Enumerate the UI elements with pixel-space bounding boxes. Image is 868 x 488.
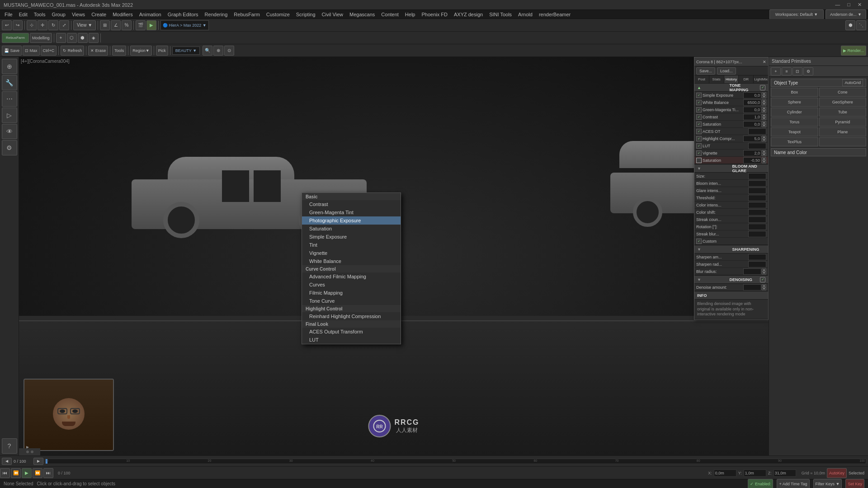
saturation-spinner[interactable]: ▲ ▼ [762,121,766,127]
set-key-button[interactable]: Set Key [845,479,864,488]
corona-ctrl-c[interactable]: Ctrl+C [41,46,57,56]
sharpen-amount-value[interactable] [748,254,766,260]
dropdown-tone-curve[interactable]: Tone Curve [302,297,401,305]
name-color-header[interactable]: Name and Color [771,148,866,156]
undo-button[interactable]: ↩ [2,20,12,30]
white-balance-check[interactable]: ✓ [696,100,702,105]
corona-region[interactable]: Region▼ [130,46,151,56]
corona-erase[interactable]: ✕ Erase [88,46,108,56]
dropdown-contrast[interactable]: Contrast [302,200,401,208]
spin-down[interactable]: ▼ [762,95,766,99]
vfb-icon-1[interactable]: 🔍 [203,46,212,56]
move-button[interactable]: ✛ [38,20,47,30]
menu-modifiers[interactable]: Modifiers [110,12,136,17]
utilities-icon[interactable]: ⚙ [2,140,17,155]
prim-cone[interactable]: Cone [819,88,867,97]
modify-icon[interactable]: 🔧 [2,75,17,90]
color-shift-value[interactable] [748,209,766,216]
menu-sini[interactable]: SINI Tools [486,12,514,17]
timeline-prev[interactable]: ◀ [2,458,12,465]
contrast-value[interactable]: 1,0 [743,114,761,120]
tab-post[interactable]: Post [694,75,709,83]
tone-mapping-enabled[interactable]: ✓ [760,85,765,90]
create-icon[interactable]: ⊕ [2,59,17,74]
dropdown-curves[interactable]: Curves [302,281,401,289]
prev-frame-button[interactable]: ⏪ [11,468,21,478]
object-type-header[interactable]: Object Type AutoGrid [771,79,866,87]
tab-dr[interactable]: DR [739,75,754,83]
dropdown-aces-output[interactable]: ACES Output Transform [302,328,401,336]
menu-views[interactable]: Views [69,12,88,17]
info-header[interactable]: INFO [694,291,768,300]
menu-axyz[interactable]: AXYZ design [451,12,486,17]
aces-value[interactable] [748,128,766,135]
menu-customize[interactable]: Customize [264,12,292,17]
maximize-button[interactable]: □ [844,2,853,8]
prim-torus[interactable]: Torus [771,117,818,127]
menu-rendering[interactable]: Rendering [202,12,231,17]
next-frame-button[interactable]: ⏩ [33,468,42,478]
prim-sphere[interactable]: Sphere [771,98,818,107]
go-end-button[interactable]: ⏭ [43,468,53,478]
motion-icon[interactable]: ▷ [2,108,17,123]
streak-blur-value[interactable] [748,231,766,237]
rp-icon-4[interactable]: ⚙ [803,67,813,75]
prim-teapot[interactable]: Teapot [771,127,818,136]
saturation2-check[interactable] [696,158,702,163]
render-button[interactable]: ▶ [146,20,156,30]
snap-button[interactable]: ⊞ [100,20,110,30]
select-button[interactable]: ⊹ [27,20,37,30]
dropdown-lut[interactable]: LUT [302,336,401,344]
render-start-button[interactable]: ▶ Render... [841,46,866,56]
dropdown-saturation-basic[interactable]: Saturation [302,225,401,233]
tab-lightmix[interactable]: LightMix [754,75,768,83]
menu-create[interactable]: Create [89,12,109,17]
dropdown-green-magenta-tint[interactable]: Green-Magenta Tint [302,208,401,216]
saturation-check[interactable]: ✓ [696,122,702,127]
play-button[interactable]: ▶ [22,468,32,478]
aces-check[interactable]: ✓ [696,129,702,134]
rebus-logo[interactable]: RebusFarm [2,33,29,43]
vfb-save-button[interactable]: Save... [696,67,715,75]
menu-edit[interactable]: Edit [16,12,30,17]
minimize-button[interactable]: — [832,2,843,8]
corona-tools[interactable]: Tools [112,46,126,56]
custom-check[interactable]: ✓ [696,239,702,244]
denoise-spinner[interactable]: ▲ ▼ [762,284,766,291]
saturation2-value[interactable]: -0,50 [743,157,761,164]
prim-pyramid[interactable]: Pyramid [819,117,867,127]
rotate-button[interactable]: ↻ [48,20,58,30]
go-start-button[interactable]: ⏮ [0,468,10,478]
contrast-check[interactable]: ✓ [696,114,702,120]
render-setup-button[interactable]: 🎬 [136,20,146,30]
denoise-amount-value[interactable] [743,284,761,291]
lut-check[interactable]: ✓ [696,143,702,149]
menu-rebus[interactable]: RebusFarm [231,12,262,17]
vfb-close[interactable]: ✕ [763,60,766,64]
prim-box[interactable]: Box [771,88,818,97]
tone-mapping-header[interactable]: ▲ TONE MAPPING ✓ [694,84,768,92]
dropdown-photographic-exposure[interactable]: Photographic Exposure [302,216,401,225]
menu-help[interactable]: Help [402,12,418,17]
snap-angle-button[interactable]: ∠ [111,20,121,30]
material-editor-button[interactable]: ⬢ [845,20,855,30]
menu-graph[interactable]: Graph Editors [165,12,201,17]
highlight-spinner[interactable]: ▲ ▼ [762,136,766,142]
blur-radius-value[interactable] [743,268,761,275]
tool-bridge[interactable]: ⬢ [78,33,88,43]
menu-tools[interactable]: Tools [31,12,48,17]
help-icon[interactable]: ? [2,438,17,454]
menu-megascans[interactable]: Megascans [347,12,377,17]
white-balance-value[interactable]: 6500,0 [743,99,761,106]
corona-refresh[interactable]: ↻ Refresh [61,46,84,56]
menu-renderbeamer[interactable]: renderBeamer [536,12,573,17]
dropdown-simple-exposure[interactable]: Simple Exposure [302,233,401,241]
snap-percent-button[interactable]: % [122,20,132,30]
simple-exposure-spinner[interactable]: ▲ ▼ [762,92,766,99]
saturation-value[interactable]: 0,0 [743,121,761,127]
lut-value[interactable] [748,143,766,149]
x-coord-value[interactable]: 0,0m [714,469,736,477]
sharpening-header[interactable]: ▼ SHARPENING [694,245,768,253]
user-selector[interactable]: Anderson de... ▼ [826,9,866,19]
add-time-button[interactable]: + Add Time Tag [777,479,809,488]
